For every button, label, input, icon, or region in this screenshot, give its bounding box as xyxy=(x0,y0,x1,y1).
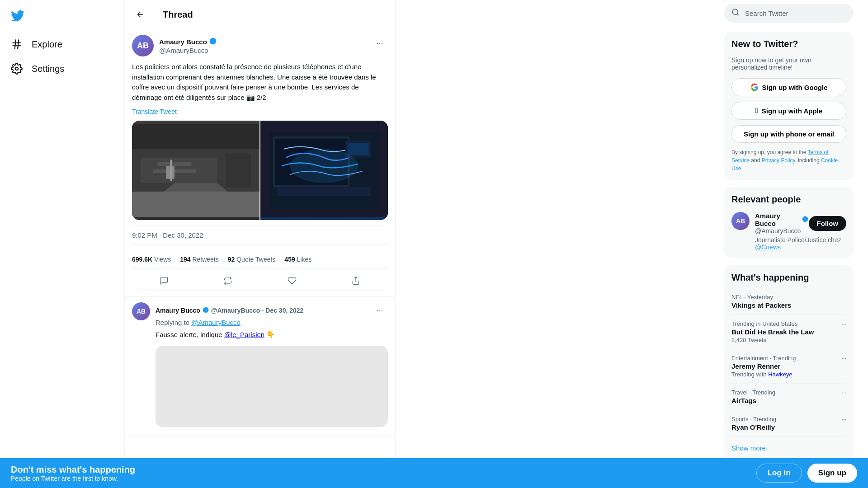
like-button[interactable] xyxy=(284,272,300,289)
banner-actions: Log in Sign up xyxy=(756,464,857,483)
avatar: AB xyxy=(132,35,154,56)
reply-tweet: AB Amaury Bucco @AmauryBucco · xyxy=(125,297,395,436)
trend-category-airtags: Travel · Trending ··· xyxy=(731,389,846,396)
svg-rect-21 xyxy=(278,188,371,196)
hashtag-icon xyxy=(11,38,23,50)
svg-point-22 xyxy=(290,149,358,183)
trend-more-btn-airtags[interactable]: ··· xyxy=(841,389,846,396)
le-parisien-link[interactable]: @le_Parisien xyxy=(224,331,264,338)
tweet-body: Les policiers ont alors constaté la prés… xyxy=(132,62,388,103)
reply-header: AB Amaury Bucco @AmauryBucco · xyxy=(132,302,388,427)
terms-text: By signing up, you agree to the Terms of… xyxy=(724,148,854,180)
person-name-row: Amaury Bucco @AmauryBucco Follow xyxy=(755,212,846,235)
sidebar-item-settings[interactable]: Settings xyxy=(5,57,119,80)
user-name: Amaury Bucco xyxy=(159,37,217,47)
person-handle: @AmauryBucco xyxy=(755,227,809,235)
avatar-placeholder: AB xyxy=(132,35,154,56)
svg-rect-14 xyxy=(170,160,172,181)
cnews-link[interactable]: @Cnews xyxy=(755,244,781,251)
likes-stat: 459 Likes xyxy=(284,256,311,263)
trend-count-renner: Trending with Hawkeye xyxy=(731,371,846,378)
settings-label: Settings xyxy=(32,64,64,74)
tweet-actions xyxy=(132,271,388,291)
reply-replying-to: Replying to @AmauryBucco xyxy=(156,319,388,326)
reply-date: Dec 30, 2022 xyxy=(265,307,303,314)
tweet-user: AB Amaury Bucco @AmauryBucco xyxy=(132,35,217,56)
main-tweet: AB Amaury Bucco @AmauryBucco ··· xyxy=(125,29,395,297)
search-wrapper xyxy=(724,4,854,23)
privacy-link[interactable]: Privacy Policy xyxy=(762,157,795,164)
apple-icon:  xyxy=(755,107,758,115)
trend-name-airtags: AirTags xyxy=(731,397,846,404)
reply-avatar: AB xyxy=(132,302,150,320)
new-to-twitter-subtitle: Sign up now to get your own personalized… xyxy=(724,56,854,78)
translate-tweet-link[interactable]: Translate Tweet xyxy=(132,108,388,115)
share-button[interactable] xyxy=(348,272,364,289)
banner-text: Don't miss what's happening People on Tw… xyxy=(11,465,135,482)
tweet-stats: 699.6K Views 194 Retweets 92 Quote Tweet… xyxy=(132,250,388,269)
sidebar-item-explore[interactable]: Explore xyxy=(5,33,119,56)
retweet-button[interactable] xyxy=(220,272,236,289)
left-sidebar: Explore Settings xyxy=(0,0,124,488)
trend-item-nfl[interactable]: NFL · Yesterday Vikings at Packers xyxy=(731,288,846,315)
more-options-button[interactable]: ··· xyxy=(372,35,388,51)
trend-more-btn-law[interactable]: ··· xyxy=(841,320,846,327)
trend-item-renner[interactable]: Entertainment · Trending ··· Jeremy Renn… xyxy=(731,349,846,384)
user-handle: @AmauryBucco xyxy=(159,47,217,54)
trend-category-oreilly: Sports · Trending ··· xyxy=(731,416,846,422)
twitter-logo[interactable] xyxy=(5,4,119,29)
banner-subtitle: People on Twitter are the first to know. xyxy=(11,475,135,482)
user-info: Amaury Bucco @AmauryBucco xyxy=(159,37,217,54)
svg-line-2 xyxy=(15,40,16,49)
signup-banner-button[interactable]: Sign up xyxy=(807,464,857,483)
trend-item-law[interactable]: Trending in United States ··· But Did He… xyxy=(731,315,846,349)
thread-title: Thread xyxy=(163,9,193,20)
svg-point-24 xyxy=(732,9,738,14)
reply-to-handle-link[interactable]: @AmauryBucco xyxy=(191,319,241,326)
svg-line-3 xyxy=(18,40,19,49)
reply-image-placeholder xyxy=(156,346,388,427)
person-bio: Journaliste Police/Justice chez @Cnews xyxy=(755,236,846,251)
banner-title: Don't miss what's happening xyxy=(11,465,135,475)
trend-more-btn-oreilly[interactable]: ··· xyxy=(841,416,846,422)
reply-body: Fausse alerte, indique @le_Parisien 👇 xyxy=(156,330,388,340)
reply-user-name: Amaury Bucco @AmauryBucco · Dec 30, 2022 xyxy=(156,306,303,315)
svg-point-4 xyxy=(15,67,19,70)
back-button[interactable] xyxy=(132,6,148,23)
bottom-banner: Don't miss what's happening People on Tw… xyxy=(0,458,868,488)
svg-rect-8 xyxy=(157,162,191,166)
signup-google-button[interactable]: Sign up with Google xyxy=(731,78,846,96)
retweets-stat: 194 Retweets xyxy=(180,256,219,263)
show-more-link[interactable]: Show more xyxy=(731,437,846,454)
reply-button[interactable] xyxy=(156,272,172,289)
signup-phone-button[interactable]: Sign up with phone or email xyxy=(731,125,846,143)
trend-item-oreilly[interactable]: Sports · Trending ··· Ryan O'Reilly xyxy=(731,410,846,437)
svg-marker-12 xyxy=(132,192,259,217)
reply-verified-icon xyxy=(202,306,209,315)
new-to-twitter-section: New to Twitter? Sign up now to get your … xyxy=(724,32,854,180)
trend-category-renner: Entertainment · Trending ··· xyxy=(731,355,846,361)
gear-icon xyxy=(11,63,23,75)
signup-apple-button[interactable]:  Sign up with Apple xyxy=(731,102,846,120)
follow-button[interactable]: Follow xyxy=(809,216,847,231)
new-to-twitter-title: New to Twitter? xyxy=(724,32,854,56)
svg-rect-20 xyxy=(348,143,369,155)
trend-name-renner: Jeremy Renner xyxy=(731,362,846,370)
reply-more-button[interactable]: ··· xyxy=(372,302,388,319)
relevant-people-section: Relevant people AB Amaury Bucco @Amaury xyxy=(724,187,854,258)
trend-count-law: 2,428 Tweets xyxy=(731,337,846,343)
tweet-timestamp: 9:02 PM · Dec 30, 2022 xyxy=(132,225,388,245)
verified-icon xyxy=(209,37,217,47)
trend-more-btn-renner[interactable]: ··· xyxy=(841,355,846,361)
login-button[interactable]: Log in xyxy=(756,464,802,483)
trend-name-nfl: Vikings at Packers xyxy=(731,301,846,309)
relevant-people-title: Relevant people xyxy=(731,194,846,205)
trend-item-airtags[interactable]: Travel · Trending ··· AirTags xyxy=(731,384,846,410)
hawkeye-link[interactable]: Hawkeye xyxy=(768,371,792,378)
svg-rect-10 xyxy=(226,153,251,187)
tweet-header: AB Amaury Bucco @AmauryBucco ··· xyxy=(132,35,388,56)
person-name: Amaury Bucco xyxy=(755,212,809,227)
search-input[interactable] xyxy=(745,9,846,17)
tweet-image-electronics xyxy=(260,121,388,220)
reply-handle: @AmauryBucco xyxy=(211,307,260,314)
